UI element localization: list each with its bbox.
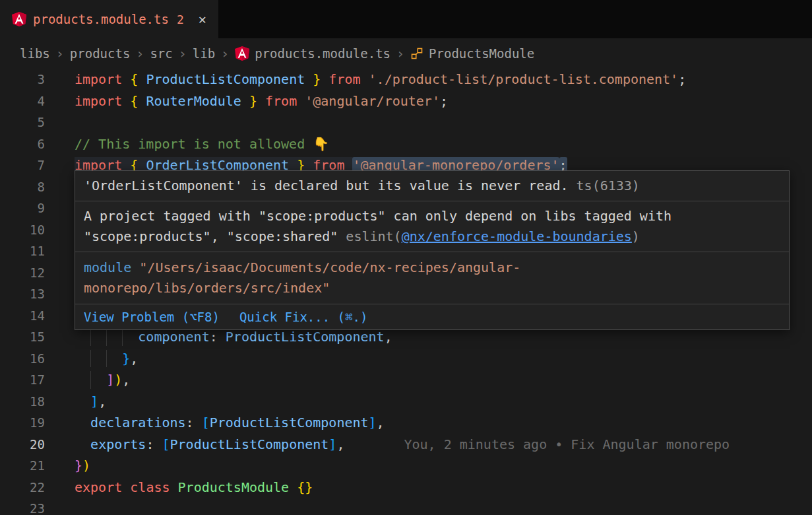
quick-fix-action[interactable]: Quick Fix... (⌘.) — [239, 308, 367, 326]
code-line-21[interactable]: 21}) — [0, 455, 812, 477]
line-number[interactable]: 6 — [0, 133, 75, 155]
code-line-19[interactable]: 19 declarations: [ProductListComponent], — [0, 412, 812, 434]
code-text: export class ProductsModule {} — [75, 477, 313, 498]
code-token — [75, 415, 90, 430]
code-line-16[interactable]: 16 }, — [0, 348, 812, 370]
line-number[interactable]: 21 — [0, 455, 75, 477]
breadcrumb-separator-icon: › — [396, 46, 404, 61]
code-line-17[interactable]: 17 ]), — [0, 369, 812, 391]
hover-sections: 'OrderListComponent' is declared but its… — [75, 171, 789, 304]
hover-text: module — [84, 259, 139, 275]
code-token: ProductListComponent — [226, 329, 385, 345]
hover-section-code: module "/Users/isaac/Documents/code/nx-r… — [75, 252, 789, 304]
code-token: './product-list/product-list.component' — [369, 71, 679, 87]
code-token: ] — [369, 415, 377, 430]
line-number[interactable]: 13 — [0, 283, 75, 305]
code-token: { — [130, 71, 146, 87]
breadcrumb-separator-icon: › — [56, 46, 64, 61]
tab-file-icon — [12, 11, 26, 27]
hover-text: monorepo/libs/orders/src/index" — [84, 280, 330, 296]
code-line-20[interactable]: 20 exports: [ProductListComponent],You, … — [0, 434, 812, 456]
class-symbol-icon — [410, 47, 423, 60]
code-token: , — [385, 329, 392, 345]
code-token: : — [146, 436, 162, 452]
code-token: { — [130, 93, 146, 109]
code-token: } — [122, 351, 130, 366]
hover-text: ts(6133) — [569, 178, 640, 193]
breadcrumb-item-productsmodule[interactable]: ProductsModule — [410, 46, 534, 61]
line-number[interactable]: 7 — [0, 154, 75, 176]
code-token: exports — [90, 436, 146, 452]
breadcrumb-item-libs[interactable]: libs — [20, 46, 50, 61]
line-number[interactable]: 11 — [0, 240, 75, 262]
line-number[interactable]: 19 — [0, 412, 75, 434]
code-token: from — [328, 71, 368, 87]
code-text: import { RouterModule } from '@angular/r… — [75, 90, 448, 112]
close-icon[interactable]: ✕ — [199, 11, 206, 27]
line-number[interactable]: 23 — [0, 498, 75, 515]
line-number[interactable]: 16 — [0, 348, 75, 370]
line-number[interactable]: 14 — [0, 305, 75, 327]
breadcrumb-separator-icon: › — [136, 46, 144, 61]
code-token: RouterModule — [146, 93, 241, 109]
code-line-18[interactable]: 18 ], — [0, 391, 812, 413]
line-number[interactable]: 17 — [0, 369, 75, 391]
breadcrumb-item-lib[interactable]: lib — [193, 46, 215, 61]
code-token: ; — [440, 93, 448, 109]
breadcrumb-item-products-module-ts[interactable]: products.module.ts — [235, 46, 390, 61]
code-token: component — [138, 329, 209, 345]
breadcrumb-label: products.module.ts — [255, 46, 390, 61]
code-line-4[interactable]: 4import { RouterModule } from '@angular/… — [0, 90, 812, 112]
line-number[interactable]: 10 — [0, 219, 75, 241]
view-problem-action[interactable]: View Problem (⌥F8) — [84, 308, 220, 326]
breadcrumb-item-src[interactable]: src — [150, 46, 172, 61]
line-number[interactable]: 15 — [0, 326, 75, 348]
indent-guide — [90, 371, 91, 389]
code-line-3[interactable]: 3import { ProductListComponent } from '.… — [0, 69, 812, 90]
hover-line: A project tagged with "scope:products" c… — [84, 206, 780, 226]
hover-text: "scope:products", "scope:shared" — [84, 228, 346, 244]
indent-guide — [90, 350, 91, 368]
code-token: ] — [328, 436, 336, 452]
line-number[interactable]: 4 — [0, 90, 75, 112]
code-token: , — [122, 372, 130, 388]
code-token: [ — [202, 415, 210, 430]
line-number[interactable]: 8 — [0, 176, 75, 198]
eslint-rule-link[interactable]: @nx/enforce-module-boundaries — [402, 228, 632, 244]
hover-text: "/Users/isaac/Documents/code/nx-recipes/… — [139, 259, 520, 275]
code-text: import { ProductListComponent } from './… — [75, 69, 686, 90]
angular-icon — [235, 46, 249, 61]
breadcrumb-label: products — [70, 46, 131, 61]
git-blame-annotation: You, 2 minutes ago • Fix Angular monorep… — [404, 436, 730, 452]
angular-icon — [12, 11, 26, 27]
code-token: declarations — [90, 415, 186, 430]
tab-products-module-ts[interactable]: products.module.ts 2 ✕ — [0, 0, 218, 38]
code-token: } — [75, 458, 82, 473]
breadcrumb-item-products[interactable]: products — [70, 46, 131, 61]
code-token: : — [186, 415, 202, 430]
line-number[interactable]: 5 — [0, 112, 75, 133]
line-number[interactable]: 18 — [0, 391, 75, 413]
code-line-6[interactable]: 6// This import is not allowed 👇 — [0, 133, 812, 155]
code-token — [75, 351, 122, 366]
indent-guide — [90, 328, 91, 346]
breadcrumb-label: lib — [193, 46, 215, 61]
line-number[interactable]: 3 — [0, 69, 75, 90]
code-line-5[interactable]: 5 — [0, 112, 812, 133]
code-line-22[interactable]: 22export class ProductsModule {} — [0, 477, 812, 498]
line-number[interactable]: 9 — [0, 197, 75, 219]
code-line-23[interactable]: 23 — [0, 498, 812, 515]
breadcrumb-label: libs — [20, 46, 50, 61]
code-token: [ — [162, 436, 170, 452]
line-number[interactable]: 22 — [0, 477, 75, 498]
tab-title: products.module.ts — [33, 12, 169, 26]
code-token: , — [130, 351, 138, 366]
tab-bar: products.module.ts 2 ✕ — [0, 0, 812, 38]
hover-section-message: 'OrderListComponent' is declared but its… — [75, 171, 789, 201]
line-number[interactable]: 12 — [0, 262, 75, 284]
code-token: ProductsModule — [178, 479, 297, 495]
code-text: // This import is not allowed 👇 — [75, 133, 329, 155]
hover-text: eslint( — [346, 228, 401, 244]
line-number[interactable]: 20 — [0, 434, 75, 456]
code-token: from — [265, 93, 305, 109]
